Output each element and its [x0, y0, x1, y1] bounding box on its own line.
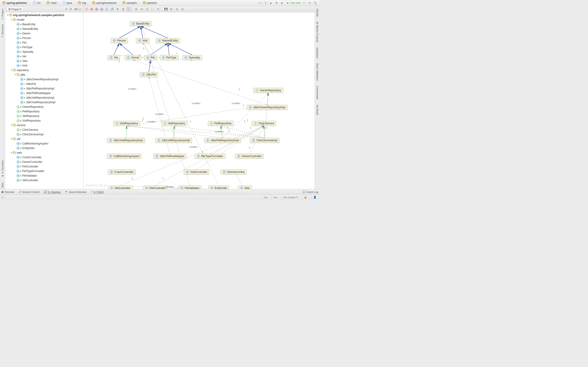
uml-node-ClinicServiceImpl[interactable]: CClinicServiceImpl: [250, 138, 279, 143]
toolwindow-database[interactable]: Database: [316, 46, 319, 60]
uml-node-OwnerRepository[interactable]: IOwnerRepository: [253, 88, 283, 93]
filter-fields-icon[interactable]: f: [85, 8, 88, 11]
toolwindow-todo[interactable]: ✓ 6: TODO: [91, 190, 104, 193]
tree-row[interactable]: IOwnerRepository: [5, 105, 83, 109]
zoom-out-icon[interactable]: ⊖: [140, 7, 144, 11]
uml-node-VetController[interactable]: CVetController: [108, 186, 132, 189]
tree-row[interactable]: ▼service: [5, 123, 83, 127]
status-hector-icon[interactable]: 👤: [311, 195, 318, 200]
tree-row[interactable]: CPet: [5, 40, 83, 45]
uml-node-OwnerController[interactable]: COwnerController: [235, 154, 264, 159]
project-view-selector[interactable]: ⊞ Project ▾: [6, 7, 24, 11]
tree-row[interactable]: IClinicService: [5, 127, 83, 132]
zoom-in-icon[interactable]: ⊕: [134, 7, 138, 11]
project-tree[interactable]: ▼org.springframework.samples.petclinic▼m…: [5, 12, 83, 189]
run-config-dropdown[interactable]: ▾: [264, 1, 267, 5]
uml-node-PetValidator[interactable]: CPetValidator: [178, 186, 201, 189]
filter-methods-icon[interactable]: m: [95, 8, 98, 11]
tree-row[interactable]: CJdbcPetRowMapper: [5, 91, 83, 95]
toolwindow-maven[interactable]: m Maven Projects: [316, 20, 319, 44]
uml-node-PetTypeFormatter[interactable]: CPetTypeFormatter: [195, 154, 225, 159]
uml-node-VetsAtomView[interactable]: CVetsAtomView: [221, 169, 247, 175]
crumb-springframework[interactable]: springframework〉: [91, 0, 122, 6]
tree-row[interactable]: ▼org.springframework.samples.petclinic: [5, 13, 83, 17]
tree-row[interactable]: ▼jdbc: [5, 73, 83, 77]
filter-properties-icon[interactable]: p: [100, 8, 103, 11]
crumb-project[interactable]: spring-petclinic〉: [1, 0, 32, 6]
uml-node-Person[interactable]: CPerson: [111, 38, 128, 43]
sync-icon[interactable]: ⇣⁰₁: [258, 1, 262, 5]
tree-row[interactable]: CSpecialty: [5, 50, 83, 54]
crumb-org[interactable]: org〉: [77, 0, 91, 6]
tree-row[interactable]: CJdbcVetRepositoryImpl: [5, 95, 83, 100]
tree-row[interactable]: CPerson: [5, 36, 83, 40]
crumb-src[interactable]: src〉: [32, 0, 46, 6]
status-lineend[interactable]: n/a: [271, 195, 279, 200]
uml-node-PetType[interactable]: CPetType: [160, 55, 179, 60]
tree-row[interactable]: IVetRepository: [5, 114, 83, 118]
export-icon[interactable]: 🗎: [170, 7, 173, 11]
uml-node-PetController[interactable]: CPetController: [143, 186, 168, 189]
toolwindow-structure[interactable]: 7: Structure: [1, 23, 4, 39]
toolwindow-beanvalidation[interactable]: Bean Validation: [316, 62, 319, 82]
tree-row[interactable]: ▼web: [5, 150, 83, 155]
vcs-commit-icon[interactable]: VCS↑: [297, 1, 300, 5]
tree-row[interactable]: CNamedEntity: [5, 27, 83, 31]
crumb-samples[interactable]: samples〉: [121, 0, 142, 6]
uml-node-JdbcPet[interactable]: CJdbcPet: [140, 72, 158, 77]
tree-row[interactable]: CVisit: [5, 63, 83, 68]
tree-row[interactable]: CJdbcPet: [5, 82, 83, 86]
toolwindow-jee[interactable]: ☕ Java Enterprise: [65, 190, 86, 193]
toolwindow-vcs[interactable]: ⎇ Version Control: [18, 190, 40, 193]
filter-constructors-icon[interactable]: m: [90, 8, 93, 11]
tree-row[interactable]: COwnerController: [5, 160, 83, 164]
undo-icon[interactable]: ↶: [302, 1, 306, 5]
toolwindow-idetalk[interactable]: IDEtalk: [316, 7, 319, 18]
toolwindow-commander[interactable]: Commander: [316, 84, 319, 101]
layout-icon[interactable]: ⊞: [121, 7, 125, 11]
tree-row[interactable]: CJdbcVisitRepositoryImpl: [5, 100, 83, 105]
tree-row[interactable]: CPetType: [5, 45, 83, 50]
tree-row[interactable]: COwner: [5, 31, 83, 36]
crumb-java[interactable]: java〉: [62, 0, 77, 6]
uml-node-NamedEntity[interactable]: CNamedEntity: [156, 38, 180, 43]
print-icon[interactable]: 🖨: [175, 7, 179, 11]
debug-icon[interactable]: ✱: [275, 1, 278, 5]
fit-content-icon[interactable]: ⛶: [151, 7, 155, 11]
show-dependencies-icon[interactable]: 🔗: [110, 7, 114, 11]
tree-row[interactable]: CVet: [5, 54, 83, 59]
tree-row[interactable]: CEntityUtils: [5, 146, 83, 150]
tree-row[interactable]: CCallMonitoringAspect: [5, 141, 83, 146]
coverage-icon[interactable]: ◐: [280, 1, 284, 5]
uml-node-VisitRepository[interactable]: IVisitRepository: [113, 121, 140, 126]
uml-node-Specialty[interactable]: CSpecialty: [182, 55, 202, 60]
tree-row[interactable]: CClinicServiceImpl: [5, 132, 83, 137]
run-icon[interactable]: ▶: [269, 1, 273, 5]
apply-layout-icon[interactable]: ↻: [156, 7, 160, 11]
uml-node-Visit[interactable]: CVisit: [136, 38, 149, 43]
uml-node-Vets[interactable]: CVets: [238, 186, 252, 189]
uml-node-JdbcVetRepositoryImpl[interactable]: CJdbcVetRepositoryImpl: [155, 138, 192, 143]
collapse-all-icon[interactable]: ⇵: [69, 8, 73, 11]
tree-row[interactable]: CPetController: [5, 164, 83, 169]
vcs-update-icon[interactable]: VCS↓: [291, 1, 295, 5]
stop-icon[interactable]: ■: [286, 1, 289, 5]
uml-node-JdbcPetRowMapper[interactable]: CJdbcPetRowMapper: [153, 154, 187, 159]
tree-row[interactable]: CVets: [5, 59, 83, 63]
uml-node-VetRepository[interactable]: IVetRepository: [162, 121, 187, 126]
zoom-actual-icon[interactable]: ◎: [145, 7, 149, 11]
diagram-canvas[interactable]: Powered by yF CBaseEntityCPersonCVisitCN…: [84, 12, 315, 189]
status-encoding[interactable]: n/a: [262, 195, 269, 200]
print-preview-icon[interactable]: ⊡: [181, 7, 184, 11]
uml-node-EntityUtils[interactable]: CEntityUtils: [208, 186, 229, 189]
save-icon[interactable]: 💾: [164, 7, 168, 11]
tree-row[interactable]: CJdbcPetRepositoryImpl: [5, 86, 83, 91]
uml-node-JdbcOwnerRepositoryImpl[interactable]: CJdbcOwnerRepositoryImpl: [247, 105, 288, 110]
uml-node-JdbcVisitRepositoryImpl[interactable]: CJdbcVisitRepositoryImpl: [107, 138, 145, 143]
tree-row[interactable]: CJdbcOwnerRepositoryImpl: [5, 77, 83, 82]
crumb-petclinic[interactable]: petclinic: [142, 0, 158, 6]
tree-row[interactable]: ▼repository: [5, 68, 83, 73]
status-icon[interactable]: ▢: [1, 196, 4, 199]
uml-node-VisitController[interactable]: CVisitController: [184, 169, 209, 175]
toolwindow-favorites[interactable]: ★ 2: Favorites: [0, 159, 4, 179]
